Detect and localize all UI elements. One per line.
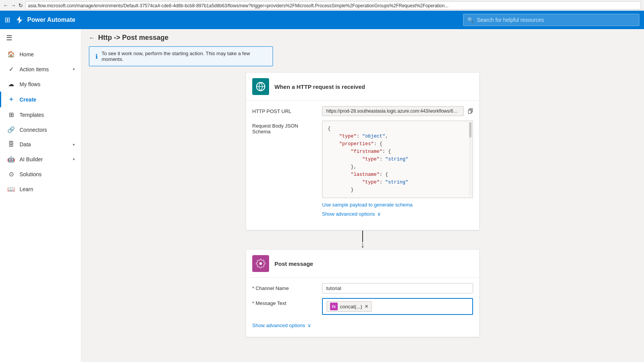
message-field-label: * Message Text <box>252 298 317 306</box>
sidebar-connectors-label: Connectors <box>20 127 75 133</box>
address-url[interactable]: asia.flow.microsoft.com/manage/environme… <box>25 1 641 10</box>
sidebar-item-learn[interactable]: 📖 Learn <box>0 182 81 197</box>
post-card-body: * Channel Name * Message Text fx <box>246 278 479 337</box>
post-card-title: Post message <box>274 260 313 267</box>
sidebar-item-connectors[interactable]: 🔗 Connectors <box>0 122 81 137</box>
sidebar-templates-label: Templates <box>20 112 75 118</box>
app-logo: Power Automate <box>15 15 76 25</box>
waffle-icon[interactable]: ⊞ <box>5 16 10 24</box>
show-advanced-http-label: Show advanced options <box>322 211 375 217</box>
svg-point-1 <box>260 262 262 265</box>
data-icon: 🗄 <box>7 141 15 148</box>
address-bar: ← → ↻ asia.flow.microsoft.com/manage/env… <box>0 0 644 11</box>
url-display: https://prod-28.southeastasia.logic.azur… <box>322 106 464 116</box>
main-layout: ☰ 🏠 Home ✓ Action items ▾ ☁ My flows ＋ C… <box>0 29 644 362</box>
learn-icon: 📖 <box>7 185 15 193</box>
json-scrollbar-thumb <box>469 122 472 138</box>
home-icon: 🏠 <box>7 51 15 58</box>
schema-field-value: { "type": "object", "properties": { "fir… <box>322 121 473 220</box>
json-scrollbar[interactable] <box>469 122 472 197</box>
globe-icon <box>256 82 266 92</box>
sidebar-item-data[interactable]: 🗄 Data ▾ <box>0 137 81 152</box>
url-field-label: HTTP POST URL <box>252 106 317 114</box>
sidebar-ai-builder-label: AI Builder <box>20 156 68 162</box>
back-nav[interactable]: ← <box>3 2 8 8</box>
url-field-value: https://prod-28.southeastasia.logic.azur… <box>322 106 475 116</box>
info-icon: ℹ <box>95 53 98 60</box>
sidebar-my-flows-label: My flows <box>20 81 75 87</box>
http-card-body: HTTP POST URL https://prod-28.southeasta… <box>246 101 479 230</box>
http-card-header: When a HTTP request is received <box>246 73 479 101</box>
post-message-card: Post message * Channel Name * Message Te… <box>246 249 480 337</box>
show-advanced-http[interactable]: Show advanced options ∨ <box>322 208 473 220</box>
templates-icon: ⊞ <box>7 111 15 118</box>
message-field-value: fx concat(...) ✕ <box>322 298 473 315</box>
function-icon: fx <box>330 303 338 310</box>
http-trigger-card: When a HTTP request is received HTTP POS… <box>246 72 480 230</box>
channel-field-row: * Channel Name <box>252 283 473 293</box>
post-card-icon <box>252 255 269 272</box>
search-icon: 🔍 <box>467 17 474 23</box>
page-title: Http -> Post message <box>98 34 169 42</box>
channel-field-value <box>322 283 473 293</box>
post-card-header: Post message <box>246 250 479 278</box>
concat-close-button[interactable]: ✕ <box>365 304 368 309</box>
concat-token: fx concat(...) ✕ <box>327 301 372 312</box>
message-field-row: * Message Text fx concat(...) ✕ <box>252 298 473 315</box>
forward-nav[interactable]: → <box>11 2 16 8</box>
search-bar[interactable]: 🔍 <box>463 14 639 26</box>
sidebar-item-create[interactable]: ＋ Create <box>0 92 81 107</box>
connectors-icon: 🔗 <box>7 126 15 133</box>
sidebar-item-my-flows[interactable]: ☁ My flows <box>0 77 81 92</box>
chevron-down-icon: ▾ <box>73 67 75 71</box>
sidebar-item-home[interactable]: 🏠 Home <box>0 47 81 62</box>
refresh-nav[interactable]: ↻ <box>18 2 23 8</box>
topbar: ⊞ Power Automate 🔍 <box>0 11 644 29</box>
show-advanced-post[interactable]: Show advanced options ∨ <box>252 319 473 331</box>
sidebar-item-templates[interactable]: ⊞ Templates <box>0 107 81 122</box>
solutions-icon: ⊙ <box>7 170 15 178</box>
message-text-field[interactable]: fx concat(...) ✕ <box>322 298 473 315</box>
info-banner: ℹ To see it work now, perform the starti… <box>89 46 273 66</box>
schema-field-row: Request Body JSON Schema { "type": "obje… <box>252 121 473 220</box>
show-advanced-post-label: Show advanced options <box>252 323 305 328</box>
sidebar-item-solutions[interactable]: ⊙ Solutions <box>0 167 81 182</box>
search-input[interactable] <box>477 17 635 23</box>
info-banner-text: To see it work now, perform the starting… <box>102 51 266 62</box>
create-icon: ＋ <box>7 95 15 103</box>
breadcrumb: ← Http -> Post message <box>81 29 644 46</box>
copy-icon[interactable]: 🗍 <box>466 106 475 116</box>
gear-icon <box>256 259 266 269</box>
sidebar: ☰ 🏠 Home ✓ Action items ▾ ☁ My flows ＋ C… <box>0 29 81 362</box>
power-automate-icon <box>15 15 24 25</box>
chevron-down-icon-post: ∨ <box>307 323 311 328</box>
app-name: Power Automate <box>27 16 76 23</box>
sidebar-toggle[interactable]: ☰ <box>0 29 81 47</box>
concat-text: concat(...) <box>340 304 362 310</box>
flow-connector-arrow: ↓ <box>361 230 365 249</box>
action-items-icon: ✓ <box>7 66 15 73</box>
sidebar-solutions-label: Solutions <box>20 171 75 177</box>
http-card-icon <box>252 78 269 95</box>
sidebar-action-items-label: Action items <box>20 66 68 72</box>
json-editor[interactable]: { "type": "object", "properties": { "fir… <box>322 121 473 198</box>
channel-name-input[interactable] <box>322 283 473 293</box>
chevron-down-icon-ai: ▾ <box>73 157 75 161</box>
channel-field-label: * Channel Name <box>252 283 317 291</box>
ai-builder-icon: 🤖 <box>7 156 15 163</box>
sidebar-item-ai-builder[interactable]: 🤖 AI Builder ▾ <box>0 152 81 167</box>
chevron-down-icon-advanced: ∨ <box>377 211 381 217</box>
schema-field-label: Request Body JSON Schema <box>252 121 317 134</box>
url-field-row: HTTP POST URL https://prod-28.southeasta… <box>252 106 473 116</box>
flow-area: When a HTTP request is received HTTP POS… <box>81 72 644 345</box>
my-flows-icon: ☁ <box>7 80 15 88</box>
sidebar-item-action-items[interactable]: ✓ Action items ▾ <box>0 62 81 77</box>
http-card-title: When a HTTP request is received <box>274 84 365 90</box>
content-area: ← Http -> Post message ℹ To see it work … <box>81 29 644 362</box>
sample-payload-link[interactable]: Use sample payload to generate schema <box>322 202 412 208</box>
sidebar-learn-label: Learn <box>20 186 75 192</box>
sidebar-data-label: Data <box>20 141 68 147</box>
chevron-down-icon-data: ▾ <box>73 143 75 147</box>
arrow-down-icon: ↓ <box>361 241 365 249</box>
breadcrumb-back-button[interactable]: ← <box>89 34 95 41</box>
